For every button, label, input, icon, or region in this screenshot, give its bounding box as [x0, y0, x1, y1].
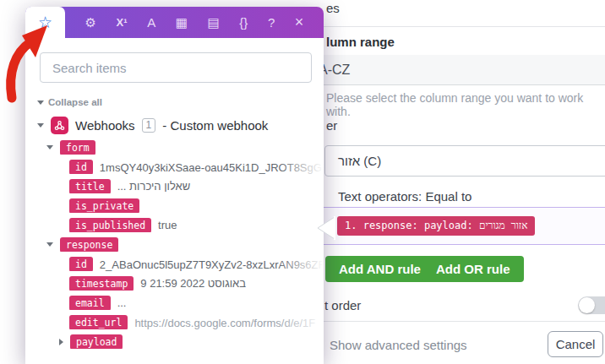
- tree-row: is_published true: [69, 218, 324, 232]
- filter-label: er: [326, 118, 337, 133]
- module-number-badge: 1: [142, 118, 156, 133]
- filter-field-value: אזור (C): [338, 154, 381, 168]
- toolbar-icons: ⚙ X¹ A ▦ ▤ {} ? ×: [65, 7, 324, 38]
- field-value: 1msQY40y3kiXSaae-oau45Ki1D_JROT8SgGk8: [100, 161, 324, 174]
- divider: [287, 26, 605, 27]
- mapped-rule-pill[interactable]: 1. response: payload: אזור מגורים: [337, 216, 535, 236]
- table-functions-icon[interactable]: ▤: [208, 15, 220, 30]
- field-value: 2_ABaOnuc5l5upZ7T9XyZv2-8xzLxrAN9s6ZF: [100, 258, 324, 271]
- field-pill-id[interactable]: id: [69, 257, 93, 271]
- tree-row: timestamp 9 באוגוסט 2022 21:59: [69, 276, 324, 291]
- tree-row: response: [46, 237, 324, 252]
- close-icon[interactable]: ×: [295, 14, 304, 31]
- collapse-all-label: Collapse all: [48, 97, 102, 107]
- field-value: true: [158, 219, 177, 231]
- field-pill-is-private[interactable]: is_private: [69, 198, 139, 213]
- show-advanced-settings-link[interactable]: Show advanced settings: [330, 338, 467, 352]
- field-pill-form[interactable]: form: [60, 140, 95, 155]
- add-or-rule-button[interactable]: Add OR rule: [422, 256, 524, 282]
- caret-down-icon[interactable]: [46, 145, 53, 149]
- field-pill-edit-url[interactable]: edit_url: [69, 315, 128, 329]
- text-functions-icon[interactable]: A: [147, 15, 155, 30]
- map-toggle-notch-icon[interactable]: [316, 216, 335, 240]
- filter-field-dropdown[interactable]: אזור (C) ▼: [324, 145, 605, 177]
- tab-favorites[interactable]: ☆: [25, 7, 65, 38]
- collapse-all-button[interactable]: Collapse all: [37, 97, 102, 107]
- tree-row: email ...: [69, 296, 324, 310]
- search-input[interactable]: [40, 52, 312, 83]
- help-icon[interactable]: ?: [268, 15, 275, 30]
- field-pill-payload[interactable]: payload: [70, 334, 123, 349]
- divider: [287, 321, 605, 322]
- star-icon: ☆: [38, 13, 52, 32]
- dialog-title-fragment: es: [326, 1, 340, 15]
- tree-row: id 1msQY40y3kiXSaae-oau45Ki1D_JROT8SgGk8: [69, 160, 324, 174]
- sort-order-toggle[interactable]: [578, 296, 605, 314]
- caret-down-icon[interactable]: [37, 123, 44, 128]
- divider: [287, 84, 605, 85]
- webhook-app-icon: [51, 117, 68, 134]
- toggle-knob: [579, 297, 595, 313]
- field-pill-email[interactable]: email: [69, 296, 111, 310]
- field-pill-title[interactable]: title: [69, 179, 111, 193]
- mapping-panel: ☆ ⚙ X¹ A ▦ ▤ {} ? × Collapse all: [25, 7, 324, 364]
- add-and-rule-button[interactable]: Add AND rule: [325, 256, 434, 282]
- json-braces-icon[interactable]: {}: [239, 15, 248, 30]
- caret-down-icon[interactable]: [46, 242, 53, 247]
- cancel-button[interactable]: Cancel: [548, 331, 603, 357]
- filter-operator-value: Text operators: Equal to: [338, 189, 471, 204]
- field-pill-response[interactable]: response: [60, 237, 118, 252]
- tree-row: form: [46, 140, 324, 155]
- column-range-hint: Please select the column range you want …: [326, 91, 605, 118]
- mapping-panel-toolbar: ☆ ⚙ X¹ A ▦ ▤ {} ? ×: [25, 7, 324, 38]
- field-pill-is-published[interactable]: is_published: [69, 218, 151, 232]
- mapping-panel-body: Collapse all Webhooks 1 - Custom webhook: [25, 38, 324, 364]
- sort-order-label: t order: [324, 298, 361, 312]
- tree-row: title שאלון היכרות ...: [69, 179, 324, 193]
- field-pill-timestamp[interactable]: timestamp: [69, 276, 134, 291]
- field-value: שאלון היכרות ...: [117, 180, 191, 193]
- caret-right-icon[interactable]: [59, 339, 63, 345]
- root-suffix: - Custom webhook: [162, 118, 268, 133]
- tree-row: is_private: [69, 198, 324, 213]
- tree-root-webhooks[interactable]: Webhooks 1 - Custom webhook: [37, 117, 268, 134]
- caret-down-icon: [37, 101, 44, 105]
- screen: es lumn range A-CZ Please select the col…: [0, 0, 605, 364]
- tree-row: edit_url https://docs.google.com/forms/d…: [69, 315, 324, 329]
- field-pill-id[interactable]: id: [69, 160, 93, 174]
- field-value: 9 באוגוסט 2022 21:59: [140, 277, 246, 290]
- tree-row: payload: [59, 334, 324, 349]
- date-functions-icon[interactable]: ▦: [176, 15, 188, 30]
- root-app-name: Webhooks: [75, 118, 135, 133]
- tree-row: id 2_ABaOnuc5l5upZ7T9XyZv2-8xzLxrAN9s6ZF: [69, 257, 324, 271]
- field-value: ...: [117, 296, 127, 309]
- variables-icon[interactable]: X¹: [117, 16, 128, 29]
- settings-gear-icon[interactable]: ⚙: [85, 15, 96, 30]
- field-value: https://docs.google.com/forms/d/e/1F: [134, 317, 315, 329]
- column-range-label: lumn range: [326, 35, 395, 49]
- data-tree: form id 1msQY40y3kiXSaae-oau45Ki1D_JROT8…: [37, 140, 324, 349]
